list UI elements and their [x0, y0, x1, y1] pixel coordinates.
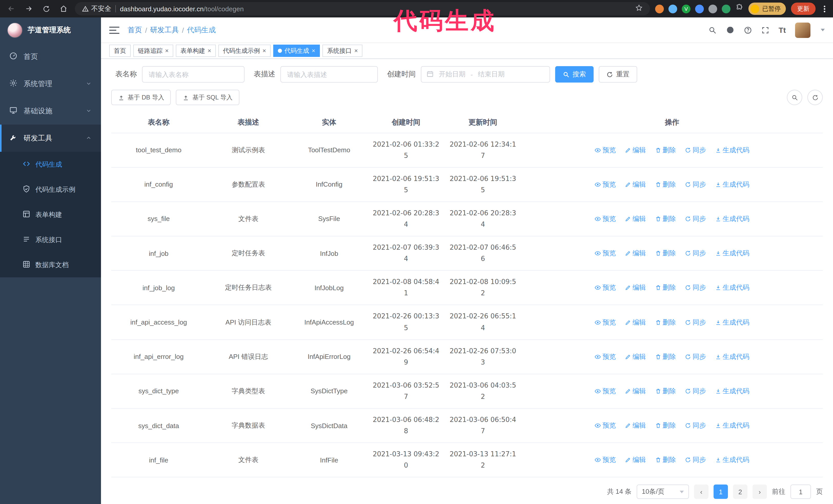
sidebar-item-infrastructure[interactable]: 基础设施 [0, 97, 101, 125]
edit-link[interactable]: 编辑 [625, 352, 646, 361]
close-icon[interactable] [165, 48, 169, 54]
app-logo[interactable]: 芋道管理系统 [0, 18, 101, 43]
edit-link[interactable]: 编辑 [625, 145, 646, 154]
profile-paused-badge[interactable]: 已暂停 [748, 3, 786, 15]
sync-link[interactable]: 同步 [685, 145, 706, 154]
edit-link[interactable]: 编辑 [625, 421, 646, 430]
generate-code-link[interactable]: 生成代码 [715, 352, 749, 361]
preview-link[interactable]: 预览 [595, 421, 616, 430]
extension-icon[interactable]: V [682, 4, 690, 13]
sidebar-item-system-api[interactable]: 系统接口 [0, 227, 101, 252]
help-icon[interactable] [744, 26, 752, 34]
preview-link[interactable]: 预览 [595, 249, 616, 258]
delete-link[interactable]: 删除 [655, 145, 676, 154]
generate-code-link[interactable]: 生成代码 [715, 249, 749, 258]
delete-link[interactable]: 删除 [655, 387, 676, 396]
sync-link[interactable]: 同步 [685, 421, 706, 430]
fullscreen-icon[interactable] [761, 26, 769, 34]
generate-code-link[interactable]: 生成代码 [715, 456, 749, 465]
close-icon[interactable] [354, 48, 358, 54]
sync-link[interactable]: 同步 [685, 249, 706, 258]
sync-link[interactable]: 同步 [685, 214, 706, 223]
generate-code-link[interactable]: 生成代码 [715, 180, 749, 189]
edit-link[interactable]: 编辑 [625, 180, 646, 189]
extensions-puzzle-icon[interactable] [735, 4, 743, 14]
prev-page-button[interactable]: ‹ [694, 485, 709, 499]
delete-link[interactable]: 删除 [655, 283, 676, 292]
search-button[interactable]: 搜索 [555, 66, 594, 82]
preview-link[interactable]: 预览 [595, 387, 616, 396]
page-button-1[interactable]: 1 [714, 485, 728, 499]
table-name-input[interactable] [142, 66, 244, 82]
edit-link[interactable]: 编辑 [625, 456, 646, 465]
close-icon[interactable] [312, 48, 315, 54]
security-warning[interactable]: 不安全 [82, 4, 111, 13]
preview-link[interactable]: 预览 [595, 352, 616, 361]
refresh-table-button[interactable] [807, 90, 823, 105]
bookmark-star-icon[interactable] [635, 4, 643, 13]
preview-link[interactable]: 预览 [595, 283, 616, 292]
font-size-icon[interactable]: Tt [779, 26, 786, 34]
edit-link[interactable]: 编辑 [625, 283, 646, 292]
preview-link[interactable]: 预览 [595, 318, 616, 327]
start-date-placeholder[interactable]: 开始日期 [439, 70, 466, 79]
next-page-button[interactable]: › [753, 485, 767, 499]
tab-codegen[interactable]: 代码生成 [273, 45, 320, 57]
search-icon[interactable] [709, 26, 717, 34]
extension-icon[interactable] [668, 4, 677, 13]
import-db-button[interactable]: 基于 DB 导入 [111, 90, 171, 105]
page-size-select[interactable]: 10条/页 [637, 485, 689, 499]
table-desc-input[interactable] [280, 66, 378, 82]
end-date-placeholder[interactable]: 结束日期 [478, 70, 505, 79]
preview-link[interactable]: 预览 [595, 214, 616, 223]
generate-code-link[interactable]: 生成代码 [715, 387, 749, 396]
delete-link[interactable]: 删除 [655, 214, 676, 223]
toggle-search-button[interactable] [787, 90, 802, 105]
sync-link[interactable]: 同步 [685, 180, 706, 189]
preview-link[interactable]: 预览 [595, 145, 616, 154]
user-avatar[interactable] [795, 22, 810, 38]
extension-icon[interactable] [655, 4, 664, 13]
tab-system-api[interactable]: 系统接口 [323, 45, 362, 57]
page-button-2[interactable]: 2 [733, 485, 747, 499]
extension-icon[interactable] [695, 4, 704, 13]
delete-link[interactable]: 删除 [655, 456, 676, 465]
sidebar-item-home[interactable]: 首页 [0, 43, 101, 70]
delete-link[interactable]: 删除 [655, 180, 676, 189]
reload-icon[interactable] [40, 3, 52, 15]
sidebar-item-codegen-example[interactable]: 代码生成示例 [0, 177, 101, 202]
sync-link[interactable]: 同步 [685, 352, 706, 361]
goto-page-input[interactable] [790, 485, 811, 499]
hamburger-icon[interactable] [109, 24, 119, 35]
delete-link[interactable]: 删除 [655, 352, 676, 361]
reset-button[interactable]: 重置 [599, 66, 637, 82]
github-icon[interactable] [726, 26, 735, 34]
edit-link[interactable]: 编辑 [625, 249, 646, 258]
edit-link[interactable]: 编辑 [625, 214, 646, 223]
preview-link[interactable]: 预览 [595, 180, 616, 189]
tab-form-builder[interactable]: 表单构建 [176, 45, 216, 57]
sidebar-item-system[interactable]: 系统管理 [0, 70, 101, 97]
date-range-picker[interactable]: 开始日期 - 结束日期 [421, 66, 550, 82]
extension-icon[interactable] [709, 4, 717, 13]
address-bar[interactable]: 不安全 dashboard.yudao.iocoder.cn/tool/code… [75, 2, 650, 16]
tab-tracing[interactable]: 链路追踪 [133, 45, 173, 57]
sync-link[interactable]: 同步 [685, 283, 706, 292]
preview-link[interactable]: 预览 [595, 456, 616, 465]
close-icon[interactable] [208, 48, 211, 54]
user-menu-caret-icon[interactable] [821, 29, 825, 31]
sidebar-item-dev-tools[interactable]: 研发工具 [0, 125, 101, 152]
generate-code-link[interactable]: 生成代码 [715, 283, 749, 292]
back-icon[interactable] [5, 3, 18, 15]
generate-code-link[interactable]: 生成代码 [715, 145, 749, 154]
browser-update-button[interactable]: 更新 [791, 3, 815, 15]
breadcrumb-home[interactable]: 首页 [128, 25, 142, 34]
delete-link[interactable]: 删除 [655, 249, 676, 258]
tab-home[interactable]: 首页 [109, 45, 131, 57]
import-sql-button[interactable]: 基于 SQL 导入 [176, 90, 239, 105]
sync-link[interactable]: 同步 [685, 387, 706, 396]
edit-link[interactable]: 编辑 [625, 387, 646, 396]
sidebar-item-db-doc[interactable]: 数据库文档 [0, 252, 101, 278]
edit-link[interactable]: 编辑 [625, 318, 646, 327]
home-icon[interactable] [57, 3, 70, 15]
